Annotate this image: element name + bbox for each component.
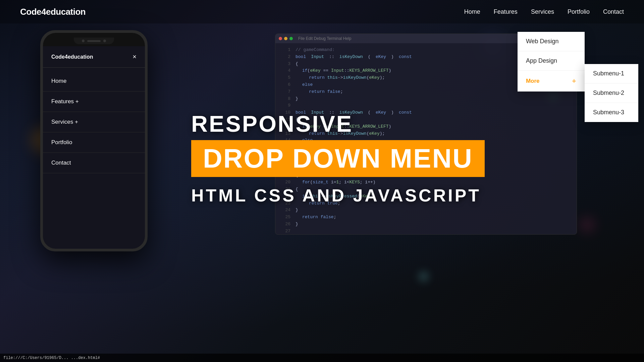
mobile-link-services[interactable]: Services + [43, 112, 145, 132]
hero-line2: DROP DOWN MENU [203, 145, 473, 172]
phone-mockup: Code4education × Home Features + Service… [40, 30, 148, 251]
dropdown-more[interactable]: More + [518, 71, 585, 92]
nav-link-home[interactable]: Home [464, 8, 480, 15]
submenu-item-1[interactable]: Submenu-1 [585, 64, 638, 83]
nav-link-services[interactable]: Services [531, 8, 554, 15]
nav-item-contact[interactable]: Contact [603, 8, 624, 15]
services-submenu: Submenu-1 Submenu-2 Submenu-3 [585, 64, 638, 122]
nav-item-portfolio[interactable]: Portfolio [568, 8, 590, 15]
hero-line3: HTML CSS AND JAVASCRIPT [191, 185, 485, 205]
nav-link-portfolio[interactable]: Portfolio [568, 8, 590, 15]
phone-screen: Code4education × Home Features + Service… [43, 33, 145, 249]
dropdown-web-design[interactable]: Web Design [518, 32, 585, 51]
dropdown-app-design[interactable]: App Design [518, 51, 585, 71]
hero-banner: DROP DOWN MENU [191, 140, 485, 177]
submenu-item-2[interactable]: Submenu-2 [585, 83, 638, 103]
nav-links: Home Features Services Web Design App De… [464, 8, 624, 15]
mobile-nav-header: Code4education × [43, 46, 145, 68]
mobile-nav-item-features[interactable]: Features + [43, 92, 145, 112]
mobile-nav-item-home[interactable]: Home [43, 71, 145, 92]
mobile-link-portfolio[interactable]: Portfolio [43, 132, 145, 153]
submenu-item-3[interactable]: Submenu-3 [585, 103, 638, 122]
hero-line1: RESPONSIVE [191, 111, 485, 137]
mobile-nav-links: Home Features + Services + Portfolio Con… [43, 68, 145, 177]
more-label: More [526, 78, 540, 84]
nav-item-services[interactable]: Services Web Design App Design More + Su… [531, 8, 554, 15]
more-plus-icon: + [572, 77, 576, 85]
mobile-close-button[interactable]: × [132, 53, 137, 61]
status-bar: file:///C:/Users/91965/D... ...dex.html# [0, 354, 644, 362]
mobile-nav-title: Code4education [51, 54, 93, 60]
nav-item-home[interactable]: Home [464, 8, 480, 15]
mobile-nav-item-contact[interactable]: Contact [43, 153, 145, 173]
services-dropdown: Web Design App Design More + Submenu-1 S… [518, 32, 585, 92]
nav-link-features[interactable]: Features [494, 8, 518, 15]
mobile-link-contact[interactable]: Contact [43, 153, 145, 173]
mobile-link-home[interactable]: Home [43, 71, 145, 91]
nav-link-contact[interactable]: Contact [603, 8, 624, 15]
status-url: file:///C:/Users/91965/D... ...dex.html# [3, 356, 100, 360]
nav-item-features[interactable]: Features [494, 8, 518, 15]
navbar: Code4education Home Features Services We… [0, 0, 644, 23]
mobile-link-features[interactable]: Features + [43, 92, 145, 112]
mobile-nav-item-services[interactable]: Services + [43, 112, 145, 132]
mobile-nav-item-portfolio[interactable]: Portfolio [43, 132, 145, 153]
mobile-nav: Code4education × Home Features + Service… [43, 46, 145, 249]
nav-logo: Code4education [20, 7, 86, 17]
hero-content: RESPONSIVE DROP DOWN MENU HTML CSS AND J… [191, 111, 485, 205]
phone-notch [74, 38, 114, 44]
